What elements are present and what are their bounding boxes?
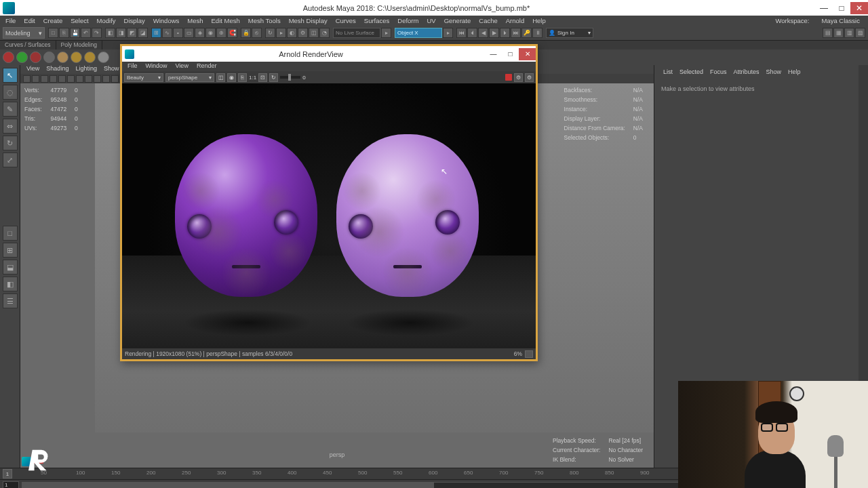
- vp-icon-2[interactable]: [32, 75, 39, 83]
- snap-view-icon[interactable]: ◉: [205, 28, 216, 38]
- menu-generate[interactable]: Generate: [440, 16, 475, 25]
- hypershade-icon[interactable]: ◔: [319, 28, 330, 38]
- input-line-field[interactable]: Object X: [395, 28, 442, 38]
- render-view-icon[interactable]: ◫: [309, 28, 319, 38]
- outliner-toggle-icon[interactable]: ☰: [3, 293, 18, 308]
- snap-curve-icon[interactable]: ∿: [162, 28, 172, 38]
- arnold-expand-icon[interactable]: [525, 350, 533, 358]
- two-pane-v-icon[interactable]: ◧: [3, 277, 18, 291]
- attribute-editor-icon[interactable]: ▧: [855, 28, 865, 38]
- render-settings-icon[interactable]: ⚙: [514, 73, 523, 82]
- shelf-torus-icon[interactable]: [30, 52, 41, 63]
- four-pane-icon[interactable]: ⊞: [3, 243, 18, 258]
- render-frame-icon[interactable]: ▸: [276, 28, 286, 38]
- step-back-icon[interactable]: ⏴: [467, 28, 477, 38]
- move-tool[interactable]: ⇔: [3, 119, 18, 134]
- arnold-menu-render[interactable]: Render: [193, 62, 221, 71]
- shelf-cube-icon[interactable]: [43, 52, 55, 63]
- menu-help[interactable]: Help: [528, 16, 550, 25]
- vp-icon-11[interactable]: [111, 75, 119, 83]
- menu-mesh-tools[interactable]: Mesh Tools: [244, 16, 285, 25]
- live-surface-field[interactable]: No Live Surface: [333, 28, 380, 38]
- range-start-field[interactable]: 1: [3, 481, 19, 489]
- snap-grid-icon[interactable]: ⊞: [151, 28, 161, 38]
- menu-cache[interactable]: Cache: [475, 16, 501, 25]
- shelf-tab-poly[interactable]: Poly Modeling: [56, 41, 102, 49]
- pause-icon[interactable]: ⏸: [532, 28, 542, 38]
- play-fwd-icon[interactable]: ▶: [489, 28, 499, 38]
- menu-deform[interactable]: Deform: [393, 16, 422, 25]
- shelf-sphere-red-icon[interactable]: [3, 52, 14, 63]
- channel-box-icon[interactable]: ▤: [823, 28, 833, 38]
- vp-menu-lighting[interactable]: Lighting: [72, 65, 100, 74]
- minimize-button[interactable]: —: [815, 2, 833, 14]
- vp-icon-8[interactable]: [85, 75, 92, 83]
- refresh-icon[interactable]: ↻: [269, 73, 278, 82]
- stop-render-icon[interactable]: [505, 74, 512, 81]
- select-mode2-icon[interactable]: ◨: [116, 28, 126, 38]
- scale-tool[interactable]: ⤢: [3, 152, 18, 167]
- snap-plane-icon[interactable]: ▭: [184, 28, 194, 38]
- vp-icon-7[interactable]: [76, 75, 83, 83]
- vp-menu-shading[interactable]: Shading: [43, 65, 72, 74]
- workspace-value[interactable]: Maya Classic: [818, 16, 865, 25]
- lasso-tool[interactable]: ◌: [3, 85, 18, 100]
- snap-center-icon[interactable]: ⊕: [216, 28, 226, 38]
- shelf-tab-curves[interactable]: Curves / Surfaces: [0, 41, 56, 49]
- vp-icon-6[interactable]: [67, 75, 75, 83]
- aov-dropdown[interactable]: Beauty: [124, 73, 163, 82]
- menu-modify[interactable]: Modify: [93, 16, 120, 25]
- select-mode1-icon[interactable]: ◧: [105, 28, 115, 38]
- menu-edit[interactable]: Edit: [20, 16, 39, 25]
- layer-editor-icon[interactable]: ▦: [833, 28, 844, 38]
- current-frame-field[interactable]: 1: [3, 469, 12, 479]
- shelf-cylinder-icon[interactable]: [57, 52, 68, 63]
- arnold-close-button[interactable]: ✕: [519, 48, 536, 60]
- zoom-fit-icon[interactable]: ⊡: [258, 73, 267, 82]
- menu-curves[interactable]: Curves: [332, 16, 360, 25]
- magnet-icon[interactable]: 🧲: [227, 28, 237, 38]
- undo-icon[interactable]: ↶: [81, 28, 91, 38]
- arnold-render-view-window[interactable]: Arnold RenderView — □ ✕ File Window View…: [120, 44, 538, 361]
- shelf-cone-icon[interactable]: [71, 52, 82, 63]
- attr-menu-attributes[interactable]: Attributes: [730, 68, 763, 76]
- menu-surfaces[interactable]: Surfaces: [360, 16, 394, 25]
- close-button[interactable]: ✕: [850, 2, 868, 14]
- go-start-icon[interactable]: ⏮: [456, 28, 467, 38]
- menu-mesh-display[interactable]: Mesh Display: [285, 16, 332, 25]
- attr-menu-selected[interactable]: Selected: [676, 68, 707, 76]
- step-fwd-icon[interactable]: ⏵: [500, 28, 510, 38]
- shelf-plane-icon[interactable]: [84, 52, 96, 63]
- snapshot-icon[interactable]: ⎘: [238, 73, 247, 82]
- menu-arnold[interactable]: Arnold: [502, 16, 528, 25]
- save-scene-icon[interactable]: 💾: [70, 28, 80, 38]
- shelf-prism-icon[interactable]: [98, 52, 109, 63]
- arnold-render-canvas[interactable]: ↖: [122, 83, 536, 348]
- input-go-icon[interactable]: ▸: [443, 28, 453, 38]
- attr-menu-list[interactable]: List: [660, 68, 676, 76]
- construction-history-icon[interactable]: ↻: [265, 28, 275, 38]
- render-settings-icon[interactable]: ⚙: [298, 28, 308, 38]
- key-icon[interactable]: 🔑: [521, 28, 532, 38]
- select-mode4-icon[interactable]: ◪: [138, 28, 148, 38]
- signin-button[interactable]: Sign In▾: [546, 28, 593, 38]
- crop-region-icon[interactable]: ◫: [216, 73, 225, 82]
- menu-create[interactable]: Create: [39, 16, 67, 25]
- arnold-menu-file[interactable]: File: [123, 62, 142, 71]
- new-scene-icon[interactable]: □: [48, 28, 58, 38]
- vp-menu-view[interactable]: View: [23, 65, 43, 74]
- vp-icon-9[interactable]: [94, 75, 101, 83]
- camera-dropdown[interactable]: perspShape: [165, 73, 214, 82]
- display-settings-icon[interactable]: ⚙: [525, 73, 534, 82]
- arnold-minimize-button[interactable]: —: [485, 48, 502, 60]
- menu-uv[interactable]: UV: [422, 16, 439, 25]
- vp-icon-5[interactable]: [58, 75, 66, 83]
- arnold-menu-view[interactable]: View: [172, 62, 193, 71]
- arnold-menu-window[interactable]: Window: [142, 62, 172, 71]
- vp-menu-show[interactable]: Show: [100, 65, 123, 74]
- menu-mesh[interactable]: Mesh: [183, 16, 207, 25]
- shelf-sphere-green-icon[interactable]: [16, 52, 28, 63]
- menu-display[interactable]: Display: [120, 16, 149, 25]
- snap-live-icon[interactable]: ◈: [195, 28, 205, 38]
- redo-icon[interactable]: ↷: [92, 28, 102, 38]
